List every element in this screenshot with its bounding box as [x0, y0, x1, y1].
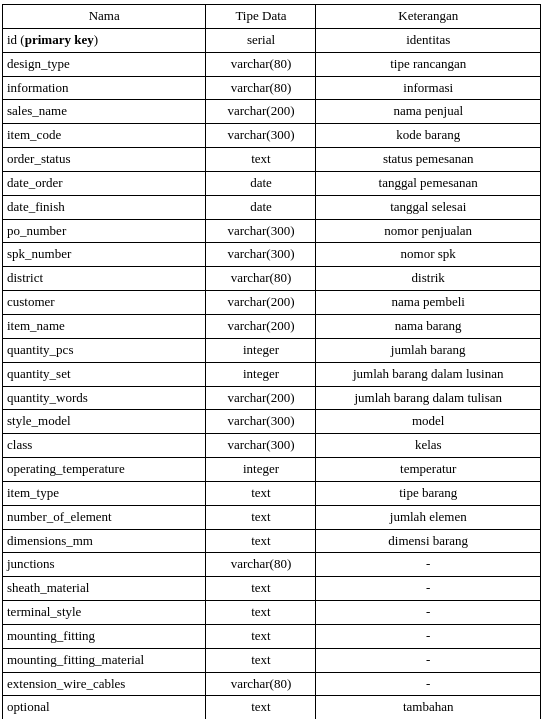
header-desc: Keterangan: [316, 5, 541, 29]
table-row: operating_temperatureintegertemperatur: [3, 458, 541, 482]
cell-name: mounting_fitting: [3, 624, 206, 648]
cell-type: varchar(300): [206, 243, 316, 267]
main-container: Nama Tipe Data Keterangan id (primary ke…: [0, 0, 543, 719]
cell-name: number_of_element: [3, 505, 206, 529]
table-row: style_modelvarchar(300)model: [3, 410, 541, 434]
cell-desc: nama pembeli: [316, 291, 541, 315]
cell-name: information: [3, 76, 206, 100]
cell-type: text: [206, 481, 316, 505]
cell-name: item_type: [3, 481, 206, 505]
cell-desc: distrik: [316, 267, 541, 291]
cell-name: spk_number: [3, 243, 206, 267]
cell-desc: -: [316, 672, 541, 696]
cell-name: quantity_words: [3, 386, 206, 410]
cell-type: varchar(200): [206, 100, 316, 124]
cell-type: text: [206, 529, 316, 553]
cell-type: integer: [206, 338, 316, 362]
cell-name: sales_name: [3, 100, 206, 124]
table-row: spk_numbervarchar(300)nomor spk: [3, 243, 541, 267]
cell-type: serial: [206, 28, 316, 52]
cell-name: quantity_pcs: [3, 338, 206, 362]
table-row: po_numbervarchar(300)nomor penjualan: [3, 219, 541, 243]
cell-name: optional: [3, 696, 206, 719]
table-header-row: Nama Tipe Data Keterangan: [3, 5, 541, 29]
cell-desc: nama barang: [316, 314, 541, 338]
cell-type: text: [206, 148, 316, 172]
cell-desc: jumlah barang: [316, 338, 541, 362]
cell-name: id (primary key): [3, 28, 206, 52]
table-row: item_typetexttipe barang: [3, 481, 541, 505]
table-row: item_namevarchar(200)nama barang: [3, 314, 541, 338]
cell-name: district: [3, 267, 206, 291]
cell-desc: -: [316, 553, 541, 577]
cell-desc: tanggal selesai: [316, 195, 541, 219]
cell-type: varchar(80): [206, 672, 316, 696]
cell-desc: tambahan: [316, 696, 541, 719]
table-row: junctionsvarchar(80)-: [3, 553, 541, 577]
cell-name: date_finish: [3, 195, 206, 219]
cell-type: text: [206, 601, 316, 625]
cell-desc: nomor spk: [316, 243, 541, 267]
cell-type: date: [206, 171, 316, 195]
cell-name: design_type: [3, 52, 206, 76]
cell-desc: tipe barang: [316, 481, 541, 505]
cell-name: style_model: [3, 410, 206, 434]
cell-desc: kode barang: [316, 124, 541, 148]
table-row: mounting_fittingtext-: [3, 624, 541, 648]
cell-desc: status pemesanan: [316, 148, 541, 172]
cell-type: text: [206, 505, 316, 529]
table-row: number_of_elementtextjumlah elemen: [3, 505, 541, 529]
table-row: customervarchar(200)nama pembeli: [3, 291, 541, 315]
header-type: Tipe Data: [206, 5, 316, 29]
cell-type: text: [206, 577, 316, 601]
cell-name: order_status: [3, 148, 206, 172]
cell-desc: jumlah barang dalam tulisan: [316, 386, 541, 410]
cell-type: varchar(80): [206, 52, 316, 76]
table-row: quantity_setintegerjumlah barang dalam l…: [3, 362, 541, 386]
cell-name: quantity_set: [3, 362, 206, 386]
cell-name: customer: [3, 291, 206, 315]
cell-desc: model: [316, 410, 541, 434]
cell-desc: jumlah barang dalam lusinan: [316, 362, 541, 386]
cell-name: dimensions_mm: [3, 529, 206, 553]
cell-type: varchar(80): [206, 76, 316, 100]
cell-name: item_code: [3, 124, 206, 148]
cell-desc: identitas: [316, 28, 541, 52]
cell-desc: kelas: [316, 434, 541, 458]
cell-name: extension_wire_cables: [3, 672, 206, 696]
table-row: districtvarchar(80)distrik: [3, 267, 541, 291]
data-table: Nama Tipe Data Keterangan id (primary ke…: [2, 4, 541, 719]
table-row: terminal_styletext-: [3, 601, 541, 625]
table-row: informationvarchar(80)informasi: [3, 76, 541, 100]
cell-name: po_number: [3, 219, 206, 243]
cell-type: varchar(300): [206, 219, 316, 243]
cell-type: varchar(80): [206, 267, 316, 291]
cell-type: integer: [206, 458, 316, 482]
cell-desc: tanggal pemesanan: [316, 171, 541, 195]
cell-name: sheath_material: [3, 577, 206, 601]
table-row: classvarchar(300)kelas: [3, 434, 541, 458]
cell-desc: -: [316, 601, 541, 625]
cell-name: junctions: [3, 553, 206, 577]
table-row: date_finishdatetanggal selesai: [3, 195, 541, 219]
cell-name: item_name: [3, 314, 206, 338]
cell-type: varchar(200): [206, 291, 316, 315]
cell-type: integer: [206, 362, 316, 386]
table-row: dimensions_mmtextdimensi barang: [3, 529, 541, 553]
table-row: item_codevarchar(300)kode barang: [3, 124, 541, 148]
table-row: quantity_pcsintegerjumlah barang: [3, 338, 541, 362]
cell-type: varchar(200): [206, 386, 316, 410]
cell-type: text: [206, 696, 316, 719]
cell-type: varchar(300): [206, 410, 316, 434]
cell-type: varchar(200): [206, 314, 316, 338]
cell-type: text: [206, 648, 316, 672]
cell-name: mounting_fitting_material: [3, 648, 206, 672]
cell-name: terminal_style: [3, 601, 206, 625]
cell-name: operating_temperature: [3, 458, 206, 482]
cell-desc: nama penjual: [316, 100, 541, 124]
cell-desc: nomor penjualan: [316, 219, 541, 243]
cell-desc: jumlah elemen: [316, 505, 541, 529]
cell-desc: -: [316, 624, 541, 648]
cell-name: date_order: [3, 171, 206, 195]
table-row: date_orderdatetanggal pemesanan: [3, 171, 541, 195]
